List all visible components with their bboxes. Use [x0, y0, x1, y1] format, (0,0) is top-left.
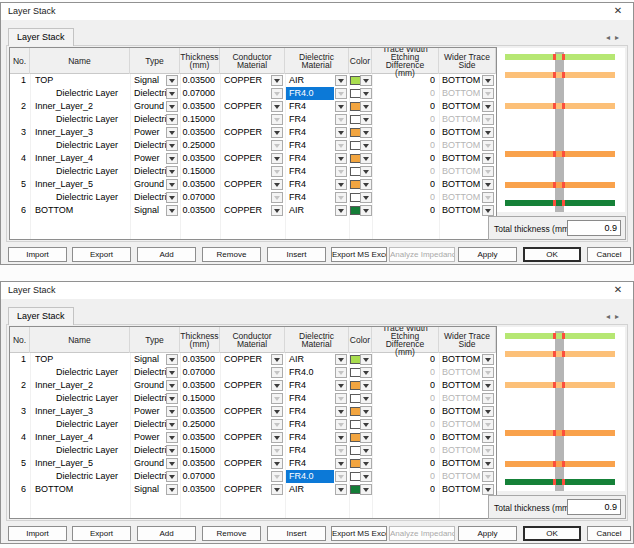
etching-difference-cell[interactable]: 0 — [372, 457, 435, 470]
dielectric-material-cell[interactable]: FR4 — [286, 100, 334, 113]
wider-trace-side-cell[interactable]: BOTTOM — [442, 100, 484, 113]
conductor-material-cell[interactable] — [224, 418, 270, 431]
wider-trace-side-dropdown[interactable] — [482, 140, 494, 151]
dielectric-material-cell[interactable]: FR4 — [286, 113, 334, 126]
dielectric-material-dropdown[interactable] — [335, 75, 347, 86]
wider-trace-side-dropdown[interactable] — [482, 75, 494, 86]
wider-trace-side-cell[interactable]: BOTTOM — [442, 470, 484, 483]
thickness-cell[interactable]: 0.03500 — [180, 152, 215, 165]
color-dropdown[interactable] — [360, 127, 372, 138]
color-dropdown[interactable] — [360, 192, 372, 203]
conductor-material-cell[interactable]: COPPER — [224, 379, 270, 392]
layer-name-cell[interactable]: Inner_Layer_3 — [35, 126, 125, 139]
thickness-cell[interactable]: 0.03500 — [180, 100, 215, 113]
type-dropdown[interactable] — [166, 127, 178, 138]
conductor-material-dropdown[interactable] — [271, 140, 283, 151]
type-dropdown[interactable] — [166, 153, 178, 164]
conductor-material-dropdown[interactable] — [271, 419, 283, 430]
dielectric-material-cell[interactable]: AIR — [286, 483, 334, 496]
wider-trace-side-dropdown[interactable] — [482, 354, 494, 365]
color-dropdown[interactable] — [360, 471, 372, 482]
type-dropdown[interactable] — [166, 393, 178, 404]
tab-scroll-arrows[interactable]: ◂▸ — [606, 33, 624, 42]
dielectric-material-dropdown[interactable] — [335, 471, 347, 482]
layer-name-cell[interactable]: Dielectric Layer — [56, 392, 146, 405]
conductor-material-dropdown[interactable] — [271, 101, 283, 112]
layer-name-cell[interactable]: Dielectric Layer — [56, 191, 146, 204]
dielectric-material-cell[interactable]: FR4 — [286, 379, 334, 392]
type-dropdown[interactable] — [166, 354, 178, 365]
conductor-material-cell[interactable] — [224, 113, 270, 126]
wider-trace-side-dropdown[interactable] — [482, 445, 494, 456]
conductor-material-cell[interactable]: COPPER — [224, 74, 270, 87]
thickness-cell[interactable]: 0.15000 — [180, 392, 215, 405]
wider-trace-side-dropdown[interactable] — [482, 153, 494, 164]
conductor-material-cell[interactable]: COPPER — [224, 483, 270, 496]
wider-trace-side-dropdown[interactable] — [482, 205, 494, 216]
color-dropdown[interactable] — [360, 393, 372, 404]
thickness-cell[interactable]: 0.25000 — [180, 418, 215, 431]
color-dropdown[interactable] — [360, 367, 372, 378]
thickness-cell[interactable]: 0.15000 — [180, 165, 215, 178]
conductor-material-cell[interactable] — [224, 366, 270, 379]
import-button[interactable]: Import — [8, 247, 67, 262]
dielectric-material-dropdown[interactable] — [335, 445, 347, 456]
type-dropdown[interactable] — [166, 458, 178, 469]
layer-name-cell[interactable]: Inner_Layer_3 — [35, 405, 125, 418]
conductor-material-dropdown[interactable] — [271, 153, 283, 164]
close-icon[interactable]: ✕ — [605, 282, 631, 299]
type-dropdown[interactable] — [166, 471, 178, 482]
wider-trace-side-cell[interactable]: BOTTOM — [442, 353, 484, 366]
total-thickness-input[interactable]: 0.9 — [567, 220, 621, 236]
layer-name-cell[interactable]: Inner_Layer_4 — [35, 431, 125, 444]
import-button[interactable]: Import — [8, 526, 67, 541]
dielectric-material-cell[interactable]: FR4 — [286, 457, 334, 470]
conductor-material-dropdown[interactable] — [271, 458, 283, 469]
thickness-cell[interactable]: 0.03500 — [180, 178, 215, 191]
wider-trace-side-dropdown[interactable] — [482, 484, 494, 495]
dielectric-material-dropdown[interactable] — [335, 88, 347, 99]
layer-name-cell[interactable]: Dielectric Layer — [56, 165, 146, 178]
dielectric-material-cell[interactable]: FR4 — [286, 405, 334, 418]
dielectric-material-dropdown[interactable] — [335, 114, 347, 125]
apply-button[interactable]: Apply — [458, 247, 517, 262]
layer-name-cell[interactable]: Dielectric Layer — [56, 366, 146, 379]
ok-button[interactable]: OK — [523, 526, 581, 541]
type-dropdown[interactable] — [166, 179, 178, 190]
conductor-material-cell[interactable] — [224, 87, 270, 100]
export-button[interactable]: Export — [72, 526, 131, 541]
etching-difference-cell[interactable]: 0 — [372, 178, 435, 191]
color-dropdown[interactable] — [360, 179, 372, 190]
dielectric-material-cell[interactable]: FR4.0 — [286, 470, 334, 483]
export-button[interactable]: Export — [72, 247, 131, 262]
tab-scroll-arrows[interactable]: ◂▸ — [606, 312, 624, 321]
tab-layer-stack[interactable]: Layer Stack — [8, 307, 74, 325]
thickness-cell[interactable]: 0.03500 — [180, 483, 215, 496]
wider-trace-side-dropdown[interactable] — [482, 166, 494, 177]
thickness-cell[interactable]: 0.03500 — [180, 204, 215, 217]
conductor-material-dropdown[interactable] — [271, 484, 283, 495]
type-dropdown[interactable] — [166, 88, 178, 99]
dielectric-material-dropdown[interactable] — [335, 205, 347, 216]
wider-trace-side-dropdown[interactable] — [482, 192, 494, 203]
wider-trace-side-cell[interactable]: BOTTOM — [442, 405, 484, 418]
ok-button[interactable]: OK — [523, 247, 581, 262]
dielectric-material-dropdown[interactable] — [335, 127, 347, 138]
conductor-material-cell[interactable] — [224, 444, 270, 457]
color-dropdown[interactable] — [360, 445, 372, 456]
layer-name-cell[interactable]: Dielectric Layer — [56, 470, 146, 483]
conductor-material-cell[interactable] — [224, 392, 270, 405]
type-dropdown[interactable] — [166, 101, 178, 112]
color-dropdown[interactable] — [360, 484, 372, 495]
conductor-material-cell[interactable]: COPPER — [224, 405, 270, 418]
layer-name-cell[interactable]: TOP — [35, 353, 125, 366]
dielectric-material-cell[interactable]: FR4 — [286, 165, 334, 178]
thickness-cell[interactable]: 0.03500 — [180, 405, 215, 418]
conductor-material-dropdown[interactable] — [271, 166, 283, 177]
dielectric-material-cell[interactable]: FR4.0 — [286, 366, 334, 379]
wider-trace-side-cell[interactable]: BOTTOM — [442, 126, 484, 139]
conductor-material-cell[interactable] — [224, 470, 270, 483]
layer-name-cell[interactable]: Inner_Layer_2 — [35, 379, 125, 392]
color-dropdown[interactable] — [360, 380, 372, 391]
wider-trace-side-cell[interactable]: BOTTOM — [442, 74, 484, 87]
